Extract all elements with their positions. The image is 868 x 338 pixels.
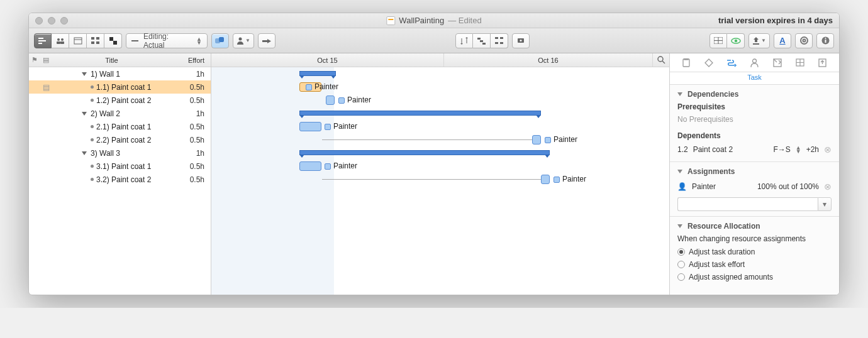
edited-indicator: — Edited <box>448 16 481 25</box>
view-calendar[interactable] <box>69 33 87 48</box>
svg-point-41 <box>658 57 663 62</box>
flag-column-icon[interactable]: ⚑ <box>29 56 40 64</box>
dependent-row[interactable]: 1.2 Paint coat 2 F→S ▲▼ +2h ⊗ <box>677 143 832 156</box>
resource-button[interactable]: ▼ <box>233 33 254 48</box>
resource-label: Painter <box>338 95 371 104</box>
svg-point-17 <box>239 37 242 40</box>
assignment-remove-icon[interactable]: ⊗ <box>824 182 832 192</box>
alloc-option[interactable]: Adjust task effort <box>677 258 832 271</box>
prereq-none: No Prerequisites <box>677 114 832 129</box>
svg-rect-39 <box>825 40 826 43</box>
note-column-icon[interactable]: ▤ <box>40 56 52 64</box>
assignment-units[interactable]: 100% out of 100% <box>757 182 819 191</box>
itab-table[interactable] <box>793 56 807 70</box>
catchup-button[interactable] <box>473 33 491 48</box>
assignment-dropdown[interactable]: ▾ <box>818 197 832 211</box>
group-button[interactable] <box>211 33 229 48</box>
itab-milestone[interactable] <box>702 56 716 70</box>
effort-column-header[interactable]: Effort <box>172 57 211 64</box>
outline-row[interactable]: 2.1) Paint coat 10.5h <box>29 120 211 133</box>
svg-rect-10 <box>96 37 99 40</box>
assignment-input[interactable] <box>677 197 818 211</box>
title-column-header[interactable]: Title <box>52 57 172 64</box>
svg-point-3 <box>57 38 60 41</box>
alloc-option[interactable]: Adjust task duration <box>677 246 832 258</box>
svg-rect-43 <box>683 59 689 67</box>
fonts-button[interactable]: A <box>774 33 791 48</box>
baseline-button[interactable] <box>512 33 530 48</box>
editing-mode-dropdown[interactable]: Editing: Actual ▲▼ <box>126 33 208 48</box>
alloc-option[interactable]: Adjust assigned amounts <box>677 271 832 283</box>
summary-bar[interactable] <box>299 111 541 116</box>
gantt-chart[interactable]: Oct 15 Oct 16 PainterPainterPainterPaint… <box>211 53 669 295</box>
svg-rect-27 <box>500 42 503 44</box>
task-bar[interactable] <box>299 161 321 171</box>
itab-export[interactable] <box>816 56 830 70</box>
minimize-window[interactable] <box>48 17 55 25</box>
resource-label: Painter <box>306 82 338 91</box>
itab-custom[interactable] <box>771 56 784 70</box>
view-styles[interactable] <box>104 33 122 48</box>
editing-mode-label: Editing: Actual <box>143 32 187 50</box>
trial-notice: trial version expires in 4 days <box>718 16 833 25</box>
svg-point-36 <box>801 37 808 44</box>
dep-lag[interactable]: +2h <box>806 145 819 154</box>
svg-rect-26 <box>495 42 498 44</box>
svg-point-34 <box>735 40 737 41</box>
itab-dependencies[interactable] <box>725 56 738 70</box>
summary-bar[interactable] <box>299 71 336 76</box>
view-resources[interactable] <box>52 33 69 48</box>
date-col-1[interactable]: Oct 16 <box>444 53 653 67</box>
dep-remove-icon[interactable]: ⊗ <box>824 144 832 155</box>
close-window[interactable] <box>35 17 43 25</box>
svg-point-37 <box>803 40 805 42</box>
dep-heading: Dependents <box>677 131 832 140</box>
task-bar[interactable] <box>299 122 321 131</box>
resource-alloc-header[interactable]: Resource Allocation <box>677 222 832 231</box>
resource-label: Painter <box>325 122 357 131</box>
svg-rect-11 <box>91 41 94 44</box>
view-network[interactable] <box>87 33 104 48</box>
outline-row[interactable]: 3.1) Paint coat 10.5h <box>29 160 211 173</box>
task-bar[interactable] <box>532 135 541 144</box>
milestone-button[interactable] <box>258 33 275 48</box>
view-gantt[interactable] <box>34 33 52 48</box>
date-col-0[interactable]: Oct 15 <box>211 53 444 67</box>
assignment-name: Painter <box>692 182 752 191</box>
dependencies-header[interactable]: Dependencies <box>677 90 832 99</box>
share-button[interactable]: ▼ <box>748 33 770 48</box>
assignment-row[interactable]: 👤 Painter 100% out of 100% ⊗ <box>677 180 832 194</box>
outline-row[interactable]: 2) Wall 21h <box>29 107 211 120</box>
task-bar[interactable] <box>541 175 550 184</box>
critical-path-toggle[interactable] <box>727 33 745 48</box>
reschedule-button[interactable] <box>491 33 508 48</box>
help-button[interactable] <box>795 33 813 48</box>
inspector-panel: Task Dependencies Prerequisites No Prere… <box>669 53 839 295</box>
outline-row[interactable]: 1.2) Paint coat 20.5h <box>29 94 211 107</box>
table-toggle[interactable] <box>709 33 727 48</box>
itab-info[interactable] <box>679 56 693 70</box>
svg-rect-0 <box>38 38 43 39</box>
itab-resource[interactable] <box>747 56 761 70</box>
inspector-toggle[interactable] <box>816 33 834 48</box>
task-bar[interactable] <box>326 95 335 105</box>
summary-bar[interactable] <box>299 150 550 155</box>
outline-row[interactable]: 2.2) Paint coat 20.5h <box>29 133 211 146</box>
zoom-icon[interactable] <box>653 53 669 67</box>
svg-point-40 <box>825 38 826 39</box>
dep-id: 1.2 <box>677 145 688 154</box>
outline-row[interactable]: ▤ 1.1) Paint coat 10.5h <box>29 80 211 94</box>
outline-row[interactable]: 3) Wall 31h <box>29 146 211 160</box>
assignments-header[interactable]: Assignments <box>677 167 832 176</box>
document-icon <box>386 16 395 25</box>
svg-rect-22 <box>480 40 483 42</box>
svg-rect-16 <box>219 37 224 42</box>
outline-row[interactable]: 1) Wall 11h <box>29 67 211 80</box>
zoom-window[interactable] <box>60 17 68 25</box>
svg-rect-5 <box>57 41 60 44</box>
svg-rect-6 <box>60 41 64 44</box>
svg-rect-18 <box>262 40 267 42</box>
dep-type[interactable]: F→S <box>773 145 790 154</box>
outline-row[interactable]: 3.2) Paint coat 20.5h <box>29 173 211 186</box>
leveling-button[interactable] <box>455 33 473 48</box>
